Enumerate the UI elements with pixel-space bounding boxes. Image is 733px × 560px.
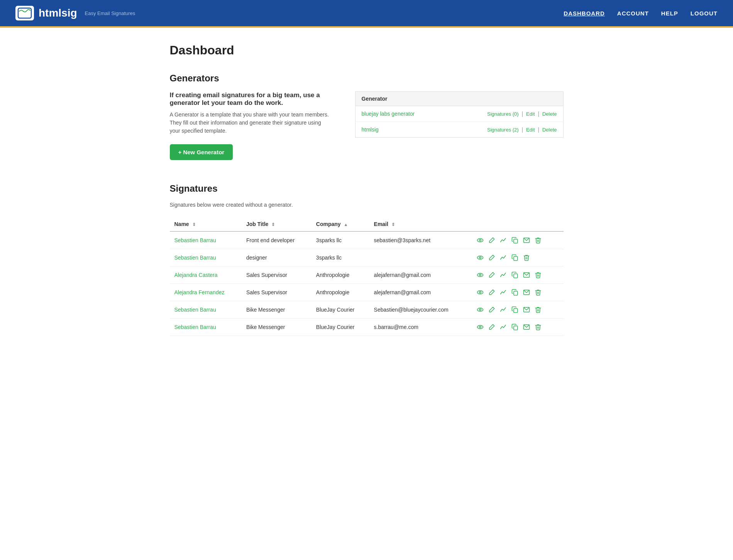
view-button[interactable]: [476, 323, 485, 331]
chart-button[interactable]: [499, 236, 508, 245]
delete-button[interactable]: [533, 323, 543, 331]
send-email-button[interactable]: [522, 271, 531, 279]
generator-signatures-link[interactable]: Signatures (0): [487, 111, 519, 117]
signatures-table: Name ⇕Job Title ⇕Company ▲Email ⇕ Sebast…: [170, 217, 564, 336]
nav-logout[interactable]: LOGOUT: [691, 10, 718, 17]
copy-button[interactable]: [510, 323, 520, 331]
copy-button[interactable]: [510, 271, 520, 279]
generator-edit-link[interactable]: Edit: [526, 127, 535, 133]
send-email-button[interactable]: [522, 236, 531, 245]
signature-row: Sebastien Barrau Bike Messenger BlueJay …: [170, 319, 564, 336]
col-label: Company: [316, 221, 341, 227]
edit-button[interactable]: [487, 323, 496, 331]
generators-section-title: Generators: [170, 73, 564, 84]
col-label: Job Title: [246, 221, 268, 227]
sig-col-header-job-title[interactable]: Job Title ⇕: [242, 217, 311, 231]
sig-name-link[interactable]: Sebastien Barrau: [174, 324, 216, 330]
svg-point-13: [479, 292, 481, 293]
svg-point-1: [477, 239, 483, 242]
chart-button[interactable]: [499, 305, 508, 314]
svg-rect-7: [514, 256, 518, 261]
page-title: Dashboard: [170, 43, 564, 57]
svg-point-5: [477, 256, 483, 260]
sig-name-cell: Sebastien Barrau: [170, 231, 242, 249]
sig-name-cell: Sebastien Barrau: [170, 249, 242, 267]
sig-job-title-cell: designer: [242, 249, 311, 267]
chart-button[interactable]: [499, 288, 508, 297]
new-generator-button[interactable]: + New Generator: [170, 144, 233, 160]
sig-email-cell: alejafernan@gmail.com: [369, 267, 471, 284]
delete-button[interactable]: [533, 236, 543, 245]
view-button[interactable]: [476, 288, 485, 297]
sig-name-cell: Sebastien Barrau: [170, 319, 242, 336]
sig-actions-cell: [471, 249, 564, 267]
edit-button[interactable]: [487, 288, 496, 297]
generator-signatures-link[interactable]: Signatures (2): [487, 127, 519, 133]
sig-name-link[interactable]: Alejandra Fernandez: [174, 289, 225, 295]
sig-company-cell: 3sparks llc: [311, 231, 369, 249]
generator-delete-link[interactable]: Delete: [542, 111, 557, 117]
generator-name-link[interactable]: htmlsig: [362, 127, 379, 133]
view-button[interactable]: [476, 305, 485, 314]
sig-col-header-company[interactable]: Company ▲: [311, 217, 369, 231]
svg-point-17: [479, 309, 481, 311]
nav-account[interactable]: ACCOUNT: [617, 10, 649, 17]
send-email-button[interactable]: [522, 288, 531, 297]
chart-button[interactable]: [499, 323, 508, 331]
send-email-button[interactable]: [522, 323, 531, 331]
chart-button[interactable]: [499, 271, 508, 279]
svg-point-12: [477, 291, 483, 294]
separator: |: [538, 127, 541, 133]
edit-button[interactable]: [487, 271, 496, 279]
sig-job-title-cell: Sales Supervisor: [242, 284, 311, 301]
sig-company-cell: Anthropologie: [311, 284, 369, 301]
generator-row: htmlsig Signatures (2) | Edit | Delete: [355, 122, 563, 138]
copy-button[interactable]: [510, 305, 520, 314]
svg-point-6: [479, 257, 481, 259]
sig-col-header-actions: [471, 217, 564, 231]
signature-row: Alejandra Fernandez Sales Supervisor Ant…: [170, 284, 564, 301]
sig-actions-cell: [471, 301, 564, 319]
sig-company-cell: BlueJay Courier: [311, 319, 369, 336]
signatures-section: Signatures Signatures below were created…: [170, 183, 564, 336]
generator-delete-link[interactable]: Delete: [542, 127, 557, 133]
view-button[interactable]: [476, 253, 485, 262]
sort-icon: ⇕: [391, 222, 395, 227]
delete-button[interactable]: [533, 288, 543, 297]
separator: |: [522, 127, 525, 133]
sig-name-cell: Alejandra Fernandez: [170, 284, 242, 301]
generators-table: Generator bluejay labs generator Signatu…: [355, 91, 564, 138]
nav-help[interactable]: HELP: [661, 10, 678, 17]
sig-name-link[interactable]: Alejandra Castera: [174, 272, 218, 278]
copy-button[interactable]: [510, 236, 520, 245]
copy-button[interactable]: [510, 253, 520, 262]
nav-dashboard[interactable]: DASHBOARD: [564, 10, 605, 17]
sig-col-header-name[interactable]: Name ⇕: [170, 217, 242, 231]
generator-edit-link[interactable]: Edit: [526, 111, 535, 117]
generators-description: If creating email signatures for a big t…: [170, 91, 332, 160]
sig-action-buttons: [476, 271, 559, 279]
view-button[interactable]: [476, 271, 485, 279]
sig-col-header-email[interactable]: Email ⇕: [369, 217, 471, 231]
edit-button[interactable]: [487, 236, 496, 245]
svg-point-16: [477, 308, 483, 312]
edit-button[interactable]: [487, 253, 496, 262]
delete-button[interactable]: [522, 253, 531, 262]
chart-button[interactable]: [499, 253, 508, 262]
view-button[interactable]: [476, 236, 485, 245]
send-email-button[interactable]: [522, 305, 531, 314]
svg-rect-14: [514, 291, 518, 295]
signature-row: Alejandra Castera Sales Supervisor Anthr…: [170, 267, 564, 284]
generator-name-link[interactable]: bluejay labs generator: [362, 111, 415, 117]
sig-name-link[interactable]: Sebastien Barrau: [174, 237, 216, 243]
sig-name-link[interactable]: Sebastien Barrau: [174, 307, 216, 313]
delete-button[interactable]: [533, 271, 543, 279]
sig-company-cell: Anthropologie: [311, 267, 369, 284]
logo-text: htmlsig: [39, 7, 77, 19]
copy-button[interactable]: [510, 288, 520, 297]
sig-name-link[interactable]: Sebastien Barrau: [174, 255, 216, 261]
delete-button[interactable]: [533, 305, 543, 314]
edit-button[interactable]: [487, 305, 496, 314]
sig-job-title-cell: Front end developer: [242, 231, 311, 249]
signature-row: Sebastien Barrau Bike Messenger BlueJay …: [170, 301, 564, 319]
